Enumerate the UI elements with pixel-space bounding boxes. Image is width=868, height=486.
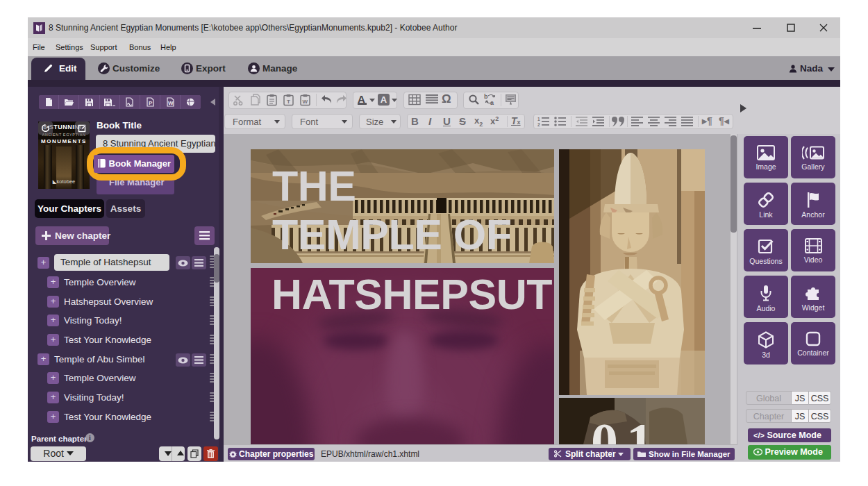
svg-text:W: W	[168, 100, 174, 106]
svg-text:2: 2	[537, 122, 540, 127]
svg-text:T: T	[287, 99, 290, 105]
svg-text:1: 1	[537, 117, 540, 122]
svg-text:W: W	[303, 99, 308, 105]
svg-text:P: P	[149, 100, 153, 106]
svg-text:b: b	[484, 93, 488, 100]
